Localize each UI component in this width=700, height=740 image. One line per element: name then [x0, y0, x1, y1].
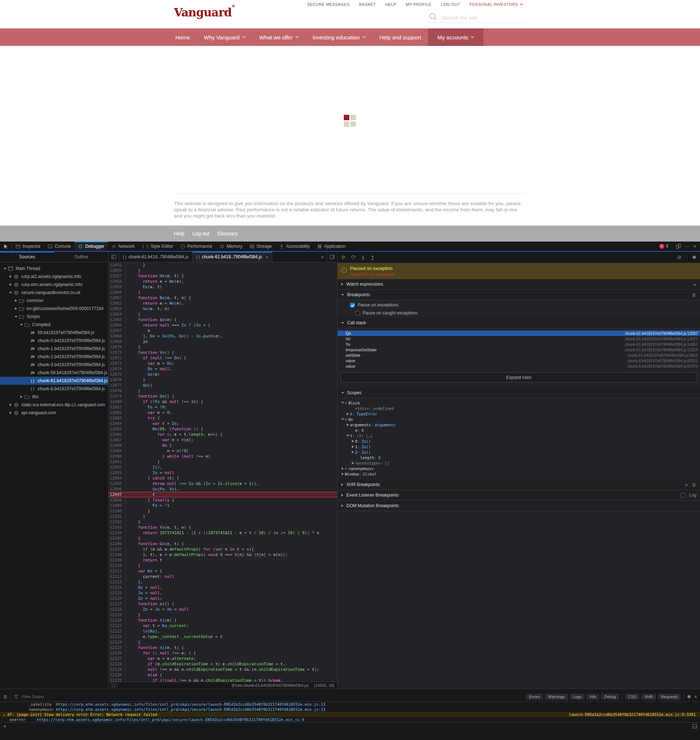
devtools-tab-style-editor[interactable]: { }Style Editor — [138, 242, 176, 251]
console-filter-input[interactable] — [21, 694, 103, 699]
code-line[interactable]: 12106 function Go(e, t) { — [109, 541, 337, 546]
line-number[interactable]: 12094 — [109, 476, 125, 481]
line-number[interactable]: 12074 — [109, 366, 125, 371]
console-prompt[interactable]: » — [0, 722, 700, 740]
source-tree-item[interactable]: corp.etm.assets.vgdynamic.info — [0, 280, 108, 289]
filter-button-css[interactable]: CSS — [625, 694, 640, 700]
line-number[interactable]: 12102 — [109, 519, 125, 525]
code-line[interactable]: 12094 } catch (t) { — [109, 476, 337, 481]
source-tree-item[interactable]: JSchunk-3.b418197e07904f6ef384.js — [0, 361, 108, 369]
code-line[interactable]: 12084 var t = Io; — [109, 421, 337, 426]
filter-button-debug[interactable]: Debug — [601, 694, 619, 700]
log-event-checkbox[interactable] — [681, 493, 685, 498]
code-line[interactable]: 12089 n = n(!0) — [109, 448, 337, 454]
line-number[interactable]: 12079 — [109, 393, 125, 399]
scope-row[interactable]: length:3 — [338, 455, 700, 460]
line-number[interactable]: 12090 — [109, 454, 125, 459]
source-tree-item[interactable]: { }chunk-8.b418197e07904f6ef384.js — [0, 385, 108, 393]
code-line[interactable]: 12086 for (; e < t.length; e++) { — [109, 432, 337, 437]
line-number[interactable]: 12121 — [109, 623, 125, 628]
code-line[interactable]: 12113 }, — [109, 579, 337, 585]
line-number[interactable]: 12103 — [109, 525, 125, 530]
sources-tab-outline[interactable]: Outline — [54, 252, 109, 262]
code-line[interactable]: 12075 ko(e) — [109, 371, 337, 377]
source-tree-item[interactable]: secure.vanguardinvestor.co.uk — [0, 289, 108, 297]
nav-item-my-accounts[interactable]: My accounts — [428, 28, 484, 46]
editor-tab[interactable]: { }chunk-61.b418..7904f6ef384.js — [119, 252, 193, 262]
line-number[interactable]: 12128 — [109, 661, 125, 667]
call-stack-frame[interactable]: Vochunk-61.b418197e07904f6ef384.js:12077 — [338, 336, 700, 341]
line-number[interactable]: 12116 — [109, 596, 125, 601]
line-number[interactable]: 12117 — [109, 601, 125, 606]
code-line[interactable]: 12125 function ni(e, t) { — [109, 645, 337, 650]
line-number[interactable]: 12097 — [109, 492, 125, 497]
line-number[interactable]: 12062 — [109, 301, 125, 306]
meatball-menu-icon[interactable]: ⋯ — [685, 244, 690, 249]
line-number[interactable]: 12114 — [109, 585, 125, 590]
debugger-settings-icon[interactable]: ✱ — [692, 254, 696, 260]
code-line[interactable]: 12128 if (e.childExpirationTime < t) e.c… — [109, 661, 337, 667]
line-number[interactable]: 12063 — [109, 306, 125, 311]
filter-button-warnings[interactable]: Warnings — [545, 694, 568, 700]
line-number[interactable]: 12071 — [109, 350, 125, 355]
code-line[interactable]: 12096 So(Po, Vo), — [109, 486, 337, 492]
scope-row[interactable]: <prototype>:[] — [338, 460, 700, 465]
scope-row[interactable]: arguments:Arguments — [338, 422, 700, 427]
remove-breakpoints-icon[interactable] — [692, 292, 696, 297]
vanguard-logo[interactable]: Vanguard® — [174, 6, 235, 19]
devtools-tab-debugger[interactable]: Debugger — [74, 242, 108, 251]
line-number[interactable]: 12055 — [109, 262, 125, 268]
code-line[interactable]: 12105 } — [109, 536, 337, 541]
nav-item-why-vanguard[interactable]: Why Vanguard — [197, 28, 252, 46]
personal-investors-menu[interactable]: PERSONAL INVESTORS — [469, 2, 523, 7]
expand-rows-button[interactable]: Expand rows — [341, 372, 697, 383]
code-line[interactable]: 12116 Zo = null; — [109, 596, 337, 601]
xhr-breakpoints-header[interactable]: XHR Breakpoints + — [338, 480, 700, 490]
line-number[interactable]: 12127 — [109, 656, 125, 661]
utility-link-basket[interactable]: BASKET — [359, 2, 376, 7]
source-tree-item[interactable]: static-lca-external.ecs.itlp.c1.vanguard… — [0, 401, 108, 409]
code-line[interactable]: 12055 } — [109, 262, 337, 268]
source-tree-item[interactable]: libs — [0, 393, 108, 401]
code-line[interactable]: 12127 var n = e.alternate; — [109, 656, 337, 661]
code-line[interactable]: 12069 jo — [109, 339, 337, 344]
code-line[interactable]: 12114 Xo = null, — [109, 585, 337, 590]
disable-breakpoints-icon[interactable]: ⊘ — [677, 254, 682, 260]
code-line[interactable]: 12118 Zo = Jo = Xo = null — [109, 606, 337, 612]
line-number[interactable]: 12112 — [109, 574, 125, 579]
utility-link-help[interactable]: HELP — [385, 2, 396, 7]
close-tab-icon[interactable]: × — [266, 254, 269, 260]
code-line[interactable]: 12119 } — [109, 612, 337, 618]
source-tree-item[interactable]: Main Thread — [0, 264, 108, 273]
pretty-print-icon[interactable]: { } — [111, 683, 117, 687]
code-line[interactable]: 12103 function Yo(e, t, n) { — [109, 525, 337, 530]
expand-panel-icon[interactable] — [326, 252, 337, 262]
source-tree-item[interactable]: JSchunk-2.b418197e07904f6ef384.js — [0, 353, 108, 361]
code-line[interactable]: 12065 function $o(e) { — [109, 317, 337, 323]
line-number[interactable]: 12125 — [109, 645, 125, 650]
code-line[interactable]: 12059 Eo(e, t) — [109, 284, 337, 290]
devtools-tab-application[interactable]: Application — [313, 242, 349, 251]
line-number[interactable]: 12092 — [109, 464, 125, 470]
line-number[interactable]: 12096 — [109, 486, 125, 492]
code-line[interactable]: 12087 var n = t[e]; — [109, 437, 337, 443]
line-number[interactable]: 12082 — [109, 410, 125, 416]
code-line[interactable]: 12117 function ei() { — [109, 601, 337, 606]
source-tree-item[interactable]: common — [0, 297, 108, 305]
source-tree-item[interactable]: JSchunk-0.b418197e07904f6ef384.js — [0, 337, 108, 345]
line-number[interactable]: 12106 — [109, 541, 125, 546]
filter-button-requests[interactable]: Requests — [658, 694, 681, 700]
nav-item-help-and-support[interactable]: Help and support — [373, 28, 428, 46]
tab-overflow-icon[interactable]: » — [318, 252, 326, 262]
code-line[interactable]: 12072 if (null !== Do) { — [109, 355, 337, 361]
source-tree-item[interactable]: { }chunk-61.b418197e07904f6ef384.js — [0, 377, 108, 385]
code-line[interactable]: 12081 Fo = !0; — [109, 404, 337, 410]
footer-link-glossary[interactable]: Glossary — [218, 231, 238, 236]
node-picker-icon[interactable] — [0, 242, 12, 251]
line-number[interactable]: 12083 — [109, 416, 125, 421]
step-out-icon[interactable] — [371, 255, 375, 260]
line-number[interactable]: 12060 — [109, 290, 125, 295]
dom-mutation-breakpoints-header[interactable]: DOM Mutation Breakpoints — [338, 501, 700, 511]
line-number[interactable]: 12087 — [109, 437, 125, 443]
code-line[interactable]: 12098 } finally { — [109, 497, 337, 503]
